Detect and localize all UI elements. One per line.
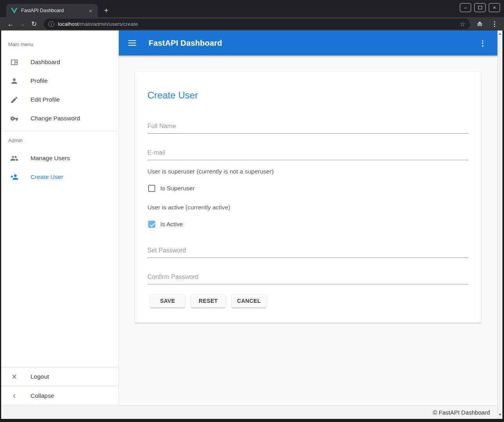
chevron-left-icon: ‹ xyxy=(10,392,18,400)
app-title: FastAPI Dashboard xyxy=(149,39,222,48)
sidebar-item-manage-users[interactable]: Manage Users xyxy=(1,149,118,168)
tab-title: FastAPI Dashboard xyxy=(21,8,84,13)
browser-toolbar: ← → ↻ i localhost/main/admin/users/creat… xyxy=(0,17,504,30)
sidebar-item-dashboard[interactable]: Dashboard xyxy=(1,53,118,72)
new-tab-button[interactable]: + xyxy=(104,7,109,14)
url-text: localhost/main/admin/users/create xyxy=(58,21,456,27)
page-footer: © FastAPI Dashboard xyxy=(1,405,497,419)
maximize-button[interactable] xyxy=(474,3,486,12)
page: Main menu Dashboard Profile xyxy=(1,30,502,419)
back-button[interactable]: ← xyxy=(5,21,16,27)
dashboard-icon xyxy=(10,58,18,66)
incognito-icon xyxy=(475,20,484,28)
browser-tab[interactable]: FastAPI Dashboard × xyxy=(6,4,98,17)
is-active-checkbox-row: Is Active xyxy=(147,216,468,232)
close-x-icon: × xyxy=(10,373,18,381)
close-window-button[interactable]: × xyxy=(489,3,500,12)
sidebar-item-label: Create User xyxy=(30,173,63,181)
scroll-down-icon[interactable] xyxy=(499,414,502,416)
url-host: localhost xyxy=(58,21,79,27)
sidebar-item-label: Edit Profile xyxy=(30,96,60,103)
sidebar: Main menu Dashboard Profile xyxy=(1,30,119,405)
sidebar-item-create-user[interactable]: Create User xyxy=(1,168,118,186)
bookmark-star-icon[interactable]: ☆ xyxy=(459,20,466,28)
people-icon xyxy=(10,154,18,163)
logout-label: Logout xyxy=(30,373,49,380)
sidebar-item-label: Dashboard xyxy=(30,59,60,66)
sidebar-bottom: × Logout ‹ Collapse xyxy=(1,367,118,405)
is-active-label: Is Active xyxy=(160,221,183,228)
browser-menu-icon[interactable]: ⋮ xyxy=(490,20,499,28)
sidebar-item-label: Manage Users xyxy=(30,155,70,162)
reload-button[interactable]: ↻ xyxy=(28,21,40,27)
app-menu-icon[interactable]: ⋮ xyxy=(477,39,488,48)
cancel-button[interactable]: CANCEL xyxy=(231,294,266,308)
key-icon xyxy=(10,114,18,123)
sidebar-item-profile[interactable]: Profile xyxy=(1,72,118,90)
url-path: /main/admin/users/create xyxy=(79,21,138,27)
is-superuser-checkbox-row: Is Superuser xyxy=(147,181,468,196)
sidebar-item-change-password[interactable]: Change Password xyxy=(1,109,118,128)
form-buttons: SAVE RESET CANCEL xyxy=(147,294,468,308)
maximize-icon xyxy=(478,6,482,9)
site-info-icon[interactable]: i xyxy=(48,21,54,27)
copyright-text: © FastAPI Dashboard xyxy=(433,409,490,416)
content-area: Create User User is superuser (currently… xyxy=(119,55,497,405)
hamburger-menu-icon[interactable] xyxy=(128,39,136,46)
logout-button[interactable]: × Logout xyxy=(1,367,118,386)
set-password-input[interactable] xyxy=(147,245,468,258)
is-superuser-checkbox[interactable] xyxy=(148,185,155,192)
address-bar[interactable]: i localhost/main/admin/users/create ☆ xyxy=(44,19,470,29)
scroll-up-icon[interactable] xyxy=(499,33,502,35)
sidebar-section-main-menu: Main menu xyxy=(1,30,118,53)
scrollbar[interactable] xyxy=(497,30,502,419)
sidebar-item-label: Change Password xyxy=(30,115,80,122)
sidebar-item-label: Profile xyxy=(30,77,48,84)
collapse-button[interactable]: ‹ Collapse xyxy=(1,386,118,405)
person-icon xyxy=(10,77,18,85)
app-bar: FastAPI Dashboard ⋮ xyxy=(119,30,497,55)
full-name-input[interactable] xyxy=(147,120,468,134)
forward-button[interactable]: → xyxy=(16,21,28,27)
page-title: Create User xyxy=(147,90,468,101)
sidebar-section-admin: Admin xyxy=(1,131,118,149)
create-user-card: Create User User is superuser (currently… xyxy=(135,72,481,323)
browser-window: FastAPI Dashboard × + – × ← → ↻ i localh… xyxy=(0,0,504,422)
email-input[interactable] xyxy=(147,147,468,160)
save-button[interactable]: SAVE xyxy=(150,294,185,308)
superuser-hint: User is superuser (currently is not a su… xyxy=(147,168,468,175)
sidebar-item-edit-profile[interactable]: Edit Profile xyxy=(1,90,118,109)
confirm-password-input[interactable] xyxy=(147,271,468,284)
tab-close-icon[interactable]: × xyxy=(87,7,94,14)
toolbar-right: ⋮ xyxy=(475,20,499,28)
reset-button[interactable]: RESET xyxy=(191,294,226,308)
active-hint: User is active (currently active) xyxy=(147,204,468,211)
is-active-checkbox[interactable] xyxy=(148,221,155,228)
main-area: FastAPI Dashboard ⋮ Create User User is … xyxy=(119,30,497,405)
pencil-icon xyxy=(10,96,18,104)
collapse-label: Collapse xyxy=(30,392,54,399)
person-add-icon xyxy=(10,173,18,181)
window-controls: – × xyxy=(460,3,500,12)
tab-strip: FastAPI Dashboard × + – × xyxy=(0,0,504,17)
vue-logo-icon xyxy=(11,8,18,14)
minimize-button[interactable]: – xyxy=(460,3,471,12)
is-superuser-label: Is Superuser xyxy=(160,185,195,192)
